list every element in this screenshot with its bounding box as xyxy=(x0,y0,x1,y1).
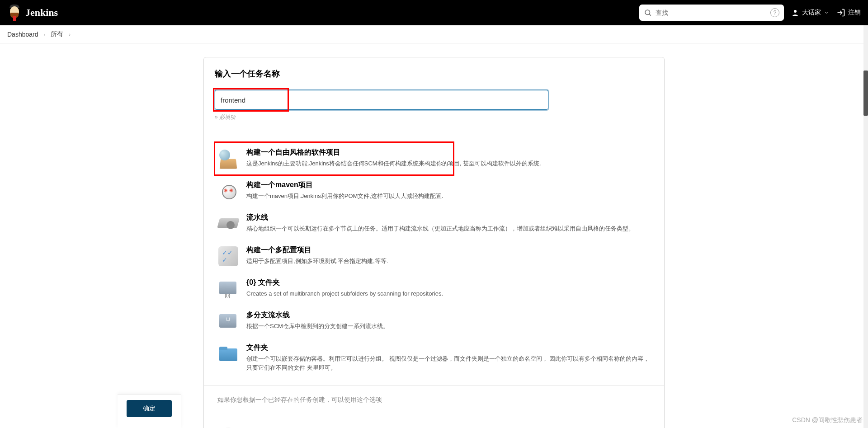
scrollbar-track[interactable] xyxy=(863,25,868,428)
job-type-folder[interactable]: 文件夹 创建一个可以嵌套存储的容器。利用它可以进行分组。 视图仅仅是一个过滤器，… xyxy=(215,338,653,377)
breadcrumb: Dashboard › 所有 › xyxy=(0,25,868,43)
logout-label: 注销 xyxy=(848,9,861,17)
job-desc: 创建一个可以嵌套存储的容器。利用它可以进行分组。 视图仅仅是一个过滤器，而文件夹… xyxy=(246,354,651,372)
user-name: 大话家 xyxy=(802,9,821,17)
logout-icon xyxy=(836,8,845,17)
job-content: 流水线 精心地组织一个可以长期运行在多个节点上的任务。适用于构建流水线（更加正式… xyxy=(246,213,651,235)
job-type-pipeline[interactable]: 流水线 精心地组织一个可以长期运行在多个节点上的任务。适用于构建流水线（更加正式… xyxy=(215,207,653,240)
copy-icon xyxy=(217,423,239,428)
ok-button[interactable]: 确定 xyxy=(127,400,172,417)
header-left: Jenkins xyxy=(7,5,58,21)
watermark: CSDN @间歇性悲伤患者 xyxy=(792,416,863,424)
job-title: 文件夹 xyxy=(246,343,651,353)
job-title: {0} 文件夹 xyxy=(246,278,651,287)
chevron-down-icon xyxy=(824,10,829,15)
search-input[interactable] xyxy=(656,9,767,16)
job-title: 构建一个自由风格的软件项目 xyxy=(246,148,651,157)
job-desc: Creates a set of multibranch project sub… xyxy=(246,289,651,298)
job-type-multiconfig[interactable]: 构建一个多配置项目 适用于多配置项目,例如多环境测试,平台指定构建,等等. xyxy=(215,240,653,273)
footer-bar: 确定 xyxy=(118,394,181,428)
maven-icon xyxy=(217,180,239,202)
job-desc: 构建一个maven项目.Jenkins利用你的POM文件,这样可以大大减轻构建配… xyxy=(246,192,651,201)
job-content: 构建一个自由风格的软件项目 这是Jenkins的主要功能.Jenkins将会结合… xyxy=(246,148,651,169)
logout-link[interactable]: 注销 xyxy=(836,8,861,17)
name-input-wrapper xyxy=(215,90,653,110)
header: Jenkins ? 大话家 xyxy=(0,0,868,25)
copy-from-section: 如果你想根据一个已经存在的任务创建，可以使用这个选项 xyxy=(215,394,653,418)
job-content: {0} 文件夹 Creates a set of multibranch pro… xyxy=(246,278,651,300)
job-desc: 精心地组织一个可以长期运行在多个节点上的任务。适用于构建流水线（更加正式地应当称… xyxy=(246,224,651,233)
chevron-right-icon: › xyxy=(69,32,71,37)
item-name-input[interactable] xyxy=(215,90,548,110)
section-title: 输入一个任务名称 xyxy=(215,68,653,79)
multibranch-icon xyxy=(217,310,239,332)
jenkins-title: Jenkins xyxy=(25,7,58,19)
copy-from-item[interactable] xyxy=(215,418,653,428)
jenkins-logo[interactable]: Jenkins xyxy=(7,5,58,21)
job-desc: 适用于多配置项目,例如多环境测试,平台指定构建,等等. xyxy=(246,257,651,266)
scrollbar-thumb[interactable] xyxy=(863,71,868,116)
header-right: ? 大话家 注销 xyxy=(639,5,861,21)
divider xyxy=(204,134,664,134)
org-folder-icon xyxy=(217,278,239,300)
job-type-maven[interactable]: 构建一个maven项目 构建一个maven项目.Jenkins利用你的POM文件… xyxy=(215,175,653,207)
pipeline-icon xyxy=(217,213,239,235)
job-desc: 根据一个SCM仓库中检测到的分支创建一系列流水线。 xyxy=(246,322,651,331)
search-box[interactable]: ? xyxy=(639,5,784,21)
svg-point-2 xyxy=(794,10,797,13)
freestyle-icon xyxy=(217,148,239,169)
job-title: 流水线 xyxy=(246,213,651,222)
job-content: 构建一个多配置项目 适用于多配置项目,例如多环境测试,平台指定构建,等等. xyxy=(246,245,651,267)
job-content: 多分支流水线 根据一个SCM仓库中检测到的分支创建一系列流水线。 xyxy=(246,310,651,332)
svg-line-1 xyxy=(649,14,651,15)
job-type-multibranch[interactable]: 多分支流水线 根据一个SCM仓库中检测到的分支创建一系列流水线。 xyxy=(215,305,653,338)
new-item-card: 输入一个任务名称 » 必填项 构建一个自由风格的软件项目 这是Jenkins的主… xyxy=(203,57,665,428)
job-content: 文件夹 创建一个可以嵌套存储的容器。利用它可以进行分组。 视图仅仅是一个过滤器，… xyxy=(246,343,651,372)
jenkins-logo-icon xyxy=(7,5,22,21)
job-type-org-folder[interactable]: {0} 文件夹 Creates a set of multibranch pro… xyxy=(215,273,653,305)
user-icon xyxy=(791,9,799,17)
svg-point-0 xyxy=(645,10,650,15)
job-title: 多分支流水线 xyxy=(246,310,651,320)
search-icon xyxy=(644,9,652,17)
chevron-right-icon: › xyxy=(44,32,46,37)
job-type-list: 构建一个自由风格的软件项目 这是Jenkins的主要功能.Jenkins将会结合… xyxy=(215,142,653,377)
job-title: 构建一个maven项目 xyxy=(246,180,651,190)
multiconfig-icon xyxy=(217,245,239,267)
divider xyxy=(204,386,664,386)
job-desc: 这是Jenkins的主要功能.Jenkins将会结合任何SCM和任何构建系统来构… xyxy=(246,159,651,168)
main-content: 输入一个任务名称 » 必填项 构建一个自由风格的软件项目 这是Jenkins的主… xyxy=(86,43,782,428)
job-type-freestyle[interactable]: 构建一个自由风格的软件项目 这是Jenkins的主要功能.Jenkins将会结合… xyxy=(215,142,653,175)
job-title: 构建一个多配置项目 xyxy=(246,245,651,255)
user-menu[interactable]: 大话家 xyxy=(791,9,829,17)
breadcrumb-dashboard[interactable]: Dashboard xyxy=(7,31,38,38)
breadcrumb-all[interactable]: 所有 xyxy=(51,30,63,38)
help-icon[interactable]: ? xyxy=(770,8,779,17)
folder-icon xyxy=(217,343,239,365)
job-content: 构建一个maven项目 构建一个maven项目.Jenkins利用你的POM文件… xyxy=(246,180,651,202)
required-note: » 必填项 xyxy=(215,113,653,121)
copy-from-label: 如果你想根据一个已经存在的任务创建，可以使用这个选项 xyxy=(217,396,382,403)
